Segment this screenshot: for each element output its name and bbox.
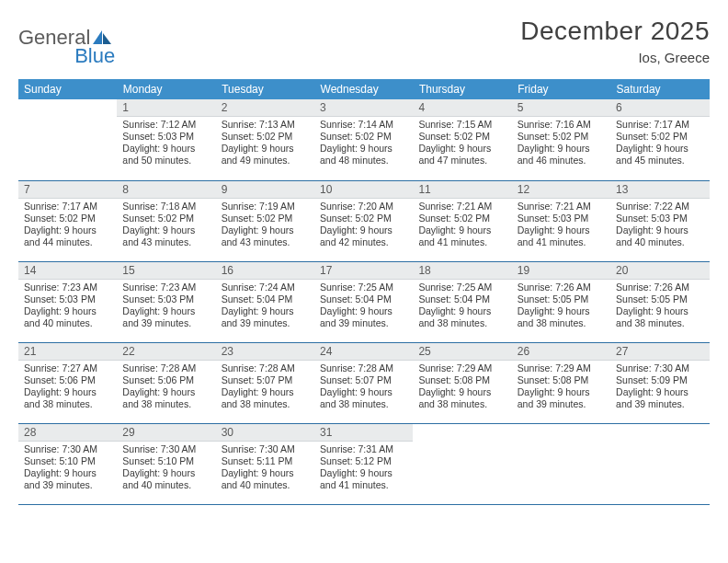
daylight-line: Daylight: 9 hours and 40 minutes.: [616, 224, 703, 248]
sunrise-line: Sunrise: 7:15 AM: [418, 119, 506, 131]
day-number: 15: [117, 262, 215, 280]
sunrise-line: Sunrise: 7:28 AM: [320, 362, 407, 374]
daylight-line: Daylight: 9 hours and 40 minutes.: [122, 467, 210, 491]
sunset-line: Sunset: 5:02 PM: [418, 213, 506, 224]
sunrise-line: Sunrise: 7:27 AM: [24, 362, 111, 374]
day-details: Sunrise: 7:14 AMSunset: 5:02 PMDaylight:…: [314, 117, 413, 171]
day-number: 19: [512, 262, 610, 280]
calendar-row: 7Sunrise: 7:17 AMSunset: 5:02 PMDaylight…: [18, 180, 710, 261]
calendar-cell: 26Sunrise: 7:29 AMSunset: 5:08 PMDayligh…: [512, 342, 610, 423]
day-number: 24: [314, 343, 413, 361]
daylight-line: Daylight: 9 hours and 41 minutes.: [518, 224, 605, 248]
day-details: Sunrise: 7:17 AMSunset: 5:02 PMDaylight:…: [610, 117, 709, 171]
sunset-line: Sunset: 5:11 PM: [222, 455, 309, 467]
sunrise-line: Sunrise: 7:14 AM: [320, 119, 407, 131]
calendar-cell: 9Sunrise: 7:19 AMSunset: 5:02 PMDaylight…: [216, 180, 314, 261]
day-number: 4: [413, 99, 511, 117]
sunset-line: Sunset: 5:02 PM: [24, 213, 111, 224]
sunset-line: Sunset: 5:06 PM: [122, 374, 210, 386]
sunrise-line: Sunrise: 7:29 AM: [518, 362, 605, 374]
sunrise-line: Sunrise: 7:23 AM: [122, 282, 210, 293]
day-number: 20: [610, 262, 709, 280]
day-number: 6: [610, 99, 709, 117]
day-number: 18: [413, 262, 511, 280]
daylight-line: Daylight: 9 hours and 39 minutes.: [320, 305, 407, 329]
sunset-line: Sunset: 5:07 PM: [320, 374, 407, 386]
sunrise-line: Sunrise: 7:17 AM: [616, 119, 703, 131]
weekday-header: Tuesday: [216, 79, 314, 99]
day-number: 9: [216, 181, 314, 199]
sunrise-line: Sunrise: 7:31 AM: [320, 443, 407, 455]
day-details: Sunrise: 7:18 AMSunset: 5:02 PMDaylight:…: [117, 199, 215, 253]
calendar-cell: 19Sunrise: 7:26 AMSunset: 5:05 PMDayligh…: [512, 261, 610, 342]
weekday-header: Sunday: [18, 79, 117, 99]
day-number: 1: [117, 99, 215, 117]
day-number: 23: [216, 343, 314, 361]
weekday-header: Friday: [512, 79, 610, 99]
sunrise-line: Sunrise: 7:17 AM: [24, 201, 111, 213]
sunset-line: Sunset: 5:02 PM: [518, 131, 605, 143]
day-details: Sunrise: 7:25 AMSunset: 5:04 PMDaylight:…: [314, 280, 413, 334]
day-details: Sunrise: 7:30 AMSunset: 5:09 PMDaylight:…: [610, 361, 709, 415]
day-details: Sunrise: 7:21 AMSunset: 5:02 PMDaylight:…: [413, 199, 511, 253]
day-details: Sunrise: 7:22 AMSunset: 5:03 PMDaylight:…: [610, 199, 709, 253]
weekday-header-row: Sunday Monday Tuesday Wednesday Thursday…: [18, 79, 710, 99]
day-number: 3: [314, 99, 413, 117]
calendar-cell: 3Sunrise: 7:14 AMSunset: 5:02 PMDaylight…: [314, 99, 413, 180]
calendar-page: General December 2025 Ios, Greece GenerB…: [0, 0, 728, 563]
daylight-line: Daylight: 9 hours and 38 minutes.: [320, 386, 407, 410]
sunrise-line: Sunrise: 7:24 AM: [222, 282, 309, 293]
weekday-header: Thursday: [413, 79, 511, 99]
day-details: Sunrise: 7:30 AMSunset: 5:10 PMDaylight:…: [117, 442, 215, 496]
sunset-line: Sunset: 5:03 PM: [616, 213, 703, 224]
day-details: Sunrise: 7:25 AMSunset: 5:04 PMDaylight:…: [413, 280, 511, 334]
calendar-body: 1Sunrise: 7:12 AMSunset: 5:03 PMDaylight…: [18, 99, 710, 504]
svg-marker-0: [93, 30, 102, 44]
sunset-line: Sunset: 5:02 PM: [320, 131, 407, 143]
day-number: 29: [117, 424, 215, 442]
daylight-line: Daylight: 9 hours and 39 minutes.: [24, 467, 111, 491]
calendar-cell: 13Sunrise: 7:22 AMSunset: 5:03 PMDayligh…: [610, 180, 709, 261]
daylight-line: Daylight: 9 hours and 38 minutes.: [418, 305, 506, 329]
day-number: 26: [512, 343, 610, 361]
sunset-line: Sunset: 5:02 PM: [320, 213, 407, 224]
sunset-line: Sunset: 5:02 PM: [222, 213, 309, 224]
day-number: 22: [117, 343, 215, 361]
day-details: Sunrise: 7:16 AMSunset: 5:02 PMDaylight:…: [512, 117, 610, 171]
calendar-cell: 23Sunrise: 7:28 AMSunset: 5:07 PMDayligh…: [216, 342, 314, 423]
daylight-line: Daylight: 9 hours and 46 minutes.: [518, 143, 605, 167]
sunrise-line: Sunrise: 7:23 AM: [24, 282, 111, 293]
calendar-cell: 6Sunrise: 7:17 AMSunset: 5:02 PMDaylight…: [610, 99, 709, 180]
day-number: 25: [413, 343, 511, 361]
daylight-line: Daylight: 9 hours and 40 minutes.: [24, 305, 111, 329]
daylight-line: Daylight: 9 hours and 39 minutes.: [518, 386, 605, 410]
title-block: December 2025 Ios, Greece: [520, 17, 710, 65]
daylight-line: Daylight: 9 hours and 43 minutes.: [122, 224, 210, 248]
calendar-row: 28Sunrise: 7:30 AMSunset: 5:10 PMDayligh…: [18, 423, 710, 504]
sunset-line: Sunset: 5:04 PM: [222, 293, 309, 305]
daylight-line: Daylight: 9 hours and 49 minutes.: [222, 143, 309, 167]
sunrise-line: Sunrise: 7:30 AM: [122, 443, 210, 455]
calendar-cell: 4Sunrise: 7:15 AMSunset: 5:02 PMDaylight…: [413, 99, 511, 180]
daylight-line: Daylight: 9 hours and 38 minutes.: [616, 305, 703, 329]
weekday-header: Monday: [117, 79, 215, 99]
calendar-row: 14Sunrise: 7:23 AMSunset: 5:03 PMDayligh…: [18, 261, 710, 342]
day-details: Sunrise: 7:30 AMSunset: 5:11 PMDaylight:…: [216, 442, 314, 496]
calendar-row: 21Sunrise: 7:27 AMSunset: 5:06 PMDayligh…: [18, 342, 710, 423]
calendar-cell: [413, 423, 511, 504]
calendar-cell: 7Sunrise: 7:17 AMSunset: 5:02 PMDaylight…: [18, 180, 117, 261]
daylight-line: Daylight: 9 hours and 38 minutes.: [418, 386, 506, 410]
sunrise-line: Sunrise: 7:13 AM: [222, 119, 309, 131]
calendar-cell: 14Sunrise: 7:23 AMSunset: 5:03 PMDayligh…: [18, 261, 117, 342]
sunset-line: Sunset: 5:02 PM: [616, 131, 703, 143]
sunrise-line: Sunrise: 7:30 AM: [222, 443, 309, 455]
day-details: Sunrise: 7:29 AMSunset: 5:08 PMDaylight:…: [413, 361, 511, 415]
calendar-cell: 8Sunrise: 7:18 AMSunset: 5:02 PMDaylight…: [117, 180, 215, 261]
sunset-line: Sunset: 5:04 PM: [320, 293, 407, 305]
calendar-cell: 28Sunrise: 7:30 AMSunset: 5:10 PMDayligh…: [18, 423, 117, 504]
daylight-line: Daylight: 9 hours and 48 minutes.: [320, 143, 407, 167]
daylight-line: Daylight: 9 hours and 47 minutes.: [418, 143, 506, 167]
sunset-line: Sunset: 5:02 PM: [222, 131, 309, 143]
calendar-cell: 29Sunrise: 7:30 AMSunset: 5:10 PMDayligh…: [117, 423, 215, 504]
calendar-cell: [512, 423, 610, 504]
